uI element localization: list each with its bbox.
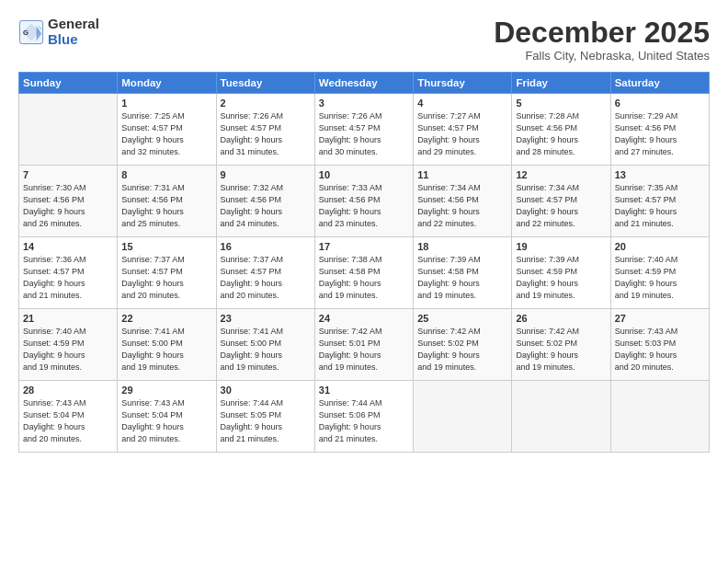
col-header-monday: Monday xyxy=(118,73,216,94)
day-info: Sunrise: 7:41 AMSunset: 5:00 PMDaylight:… xyxy=(121,326,211,373)
page: G General Blue December 2025 Falls City,… xyxy=(0,0,728,563)
day-number: 28 xyxy=(23,385,113,396)
calendar-cell: 4Sunrise: 7:27 AMSunset: 4:57 PMDaylight… xyxy=(414,94,512,166)
logo-text: General Blue xyxy=(48,17,99,47)
calendar-cell: 21Sunrise: 7:40 AMSunset: 4:59 PMDayligh… xyxy=(19,309,118,381)
day-number: 10 xyxy=(319,169,409,180)
day-number: 11 xyxy=(417,169,507,180)
day-number: 17 xyxy=(319,241,409,252)
day-number: 20 xyxy=(615,241,705,252)
day-info: Sunrise: 7:36 AMSunset: 4:57 PMDaylight:… xyxy=(23,254,113,302)
day-info: Sunrise: 7:26 AMSunset: 4:57 PMDaylight:… xyxy=(221,110,311,158)
day-info: Sunrise: 7:37 AMSunset: 4:57 PMDaylight:… xyxy=(121,254,211,302)
col-header-sunday: Sunday xyxy=(19,73,118,94)
calendar-cell: 30Sunrise: 7:44 AMSunset: 5:05 PMDayligh… xyxy=(216,381,314,453)
day-number: 5 xyxy=(516,98,606,109)
day-number: 13 xyxy=(615,169,705,180)
day-info: Sunrise: 7:25 AMSunset: 4:57 PMDaylight:… xyxy=(121,110,211,158)
calendar-cell: 5Sunrise: 7:28 AMSunset: 4:56 PMDaylight… xyxy=(512,94,610,166)
calendar-cell: 22Sunrise: 7:41 AMSunset: 5:00 PMDayligh… xyxy=(118,309,216,381)
day-info: Sunrise: 7:40 AMSunset: 4:59 PMDaylight:… xyxy=(23,326,113,373)
day-info: Sunrise: 7:27 AMSunset: 4:57 PMDaylight:… xyxy=(417,110,507,158)
logo-general: General xyxy=(48,17,99,32)
calendar-cell: 20Sunrise: 7:40 AMSunset: 4:59 PMDayligh… xyxy=(610,237,709,309)
day-number: 30 xyxy=(221,385,311,396)
day-info: Sunrise: 7:28 AMSunset: 4:56 PMDaylight:… xyxy=(516,110,606,158)
day-info: Sunrise: 7:34 AMSunset: 4:57 PMDaylight:… xyxy=(516,182,606,230)
calendar-cell: 1Sunrise: 7:25 AMSunset: 4:57 PMDaylight… xyxy=(118,94,216,166)
day-number: 6 xyxy=(615,98,705,109)
day-number: 9 xyxy=(221,169,311,180)
calendar-cell: 6Sunrise: 7:29 AMSunset: 4:56 PMDaylight… xyxy=(610,94,709,166)
col-header-wednesday: Wednesday xyxy=(314,73,413,94)
day-number: 19 xyxy=(516,241,606,252)
header: G General Blue December 2025 Falls City,… xyxy=(18,17,710,63)
day-number: 23 xyxy=(221,313,311,324)
day-info: Sunrise: 7:32 AMSunset: 4:56 PMDaylight:… xyxy=(221,182,311,230)
day-number: 14 xyxy=(23,241,113,252)
calendar-cell: 9Sunrise: 7:32 AMSunset: 4:56 PMDaylight… xyxy=(216,166,314,237)
day-info: Sunrise: 7:31 AMSunset: 4:56 PMDaylight:… xyxy=(121,182,211,230)
logo: G General Blue xyxy=(18,17,99,47)
calendar-cell: 31Sunrise: 7:44 AMSunset: 5:06 PMDayligh… xyxy=(314,381,413,453)
day-info: Sunrise: 7:43 AMSunset: 5:04 PMDaylight:… xyxy=(23,397,113,445)
day-info: Sunrise: 7:39 AMSunset: 4:59 PMDaylight:… xyxy=(516,254,606,302)
day-info: Sunrise: 7:38 AMSunset: 4:58 PMDaylight:… xyxy=(319,254,409,302)
day-info: Sunrise: 7:44 AMSunset: 5:06 PMDaylight:… xyxy=(319,397,409,445)
calendar-cell: 14Sunrise: 7:36 AMSunset: 4:57 PMDayligh… xyxy=(19,237,118,309)
calendar-cell: 23Sunrise: 7:41 AMSunset: 5:00 PMDayligh… xyxy=(216,309,314,381)
day-number: 16 xyxy=(221,241,311,252)
day-number: 24 xyxy=(319,313,409,324)
day-info: Sunrise: 7:33 AMSunset: 4:56 PMDaylight:… xyxy=(319,182,409,230)
week-row-0: 1Sunrise: 7:25 AMSunset: 4:57 PMDaylight… xyxy=(19,94,710,166)
day-info: Sunrise: 7:42 AMSunset: 5:02 PMDaylight:… xyxy=(417,326,507,373)
day-number: 4 xyxy=(417,98,507,109)
day-number: 2 xyxy=(221,98,311,109)
calendar-cell xyxy=(414,381,512,453)
calendar-cell: 24Sunrise: 7:42 AMSunset: 5:01 PMDayligh… xyxy=(314,309,413,381)
day-number: 21 xyxy=(23,313,113,324)
logo-blue: Blue xyxy=(48,32,99,48)
calendar-cell: 19Sunrise: 7:39 AMSunset: 4:59 PMDayligh… xyxy=(512,237,610,309)
title-section: December 2025 Falls City, Nebraska, Unit… xyxy=(494,17,710,63)
week-row-1: 7Sunrise: 7:30 AMSunset: 4:56 PMDaylight… xyxy=(19,166,710,237)
day-info: Sunrise: 7:40 AMSunset: 4:59 PMDaylight:… xyxy=(615,254,705,302)
day-info: Sunrise: 7:42 AMSunset: 5:01 PMDaylight:… xyxy=(319,326,409,373)
day-info: Sunrise: 7:42 AMSunset: 5:02 PMDaylight:… xyxy=(516,326,606,373)
calendar-cell: 25Sunrise: 7:42 AMSunset: 5:02 PMDayligh… xyxy=(414,309,512,381)
calendar-cell: 11Sunrise: 7:34 AMSunset: 4:56 PMDayligh… xyxy=(414,166,512,237)
day-info: Sunrise: 7:34 AMSunset: 4:56 PMDaylight:… xyxy=(417,182,507,230)
day-info: Sunrise: 7:39 AMSunset: 4:58 PMDaylight:… xyxy=(417,254,507,302)
calendar-cell: 12Sunrise: 7:34 AMSunset: 4:57 PMDayligh… xyxy=(512,166,610,237)
day-number: 25 xyxy=(417,313,507,324)
day-number: 31 xyxy=(319,385,409,396)
day-number: 29 xyxy=(121,385,211,396)
subtitle: Falls City, Nebraska, United States xyxy=(494,49,710,63)
calendar-cell: 10Sunrise: 7:33 AMSunset: 4:56 PMDayligh… xyxy=(314,166,413,237)
header-row: SundayMondayTuesdayWednesdayThursdayFrid… xyxy=(19,73,710,94)
day-number: 15 xyxy=(121,241,211,252)
main-title: December 2025 xyxy=(494,17,710,49)
calendar-cell: 17Sunrise: 7:38 AMSunset: 4:58 PMDayligh… xyxy=(314,237,413,309)
calendar-cell: 28Sunrise: 7:43 AMSunset: 5:04 PMDayligh… xyxy=(19,381,118,453)
calendar-cell: 13Sunrise: 7:35 AMSunset: 4:57 PMDayligh… xyxy=(610,166,709,237)
calendar-cell: 15Sunrise: 7:37 AMSunset: 4:57 PMDayligh… xyxy=(118,237,216,309)
day-number: 3 xyxy=(319,98,409,109)
calendar-cell xyxy=(19,94,118,166)
day-info: Sunrise: 7:35 AMSunset: 4:57 PMDaylight:… xyxy=(615,182,705,230)
col-header-friday: Friday xyxy=(512,73,610,94)
calendar-table: SundayMondayTuesdayWednesdayThursdayFrid… xyxy=(18,72,710,453)
calendar-cell: 29Sunrise: 7:43 AMSunset: 5:04 PMDayligh… xyxy=(118,381,216,453)
day-info: Sunrise: 7:29 AMSunset: 4:56 PMDaylight:… xyxy=(615,110,705,158)
week-row-4: 28Sunrise: 7:43 AMSunset: 5:04 PMDayligh… xyxy=(19,381,710,453)
calendar-cell: 3Sunrise: 7:26 AMSunset: 4:57 PMDaylight… xyxy=(314,94,413,166)
calendar-cell: 18Sunrise: 7:39 AMSunset: 4:58 PMDayligh… xyxy=(414,237,512,309)
day-number: 22 xyxy=(121,313,211,324)
day-number: 1 xyxy=(121,98,211,109)
day-info: Sunrise: 7:26 AMSunset: 4:57 PMDaylight:… xyxy=(319,110,409,158)
day-number: 27 xyxy=(615,313,705,324)
calendar-cell xyxy=(610,381,709,453)
col-header-tuesday: Tuesday xyxy=(216,73,314,94)
day-info: Sunrise: 7:44 AMSunset: 5:05 PMDaylight:… xyxy=(221,397,311,445)
calendar-cell: 16Sunrise: 7:37 AMSunset: 4:57 PMDayligh… xyxy=(216,237,314,309)
